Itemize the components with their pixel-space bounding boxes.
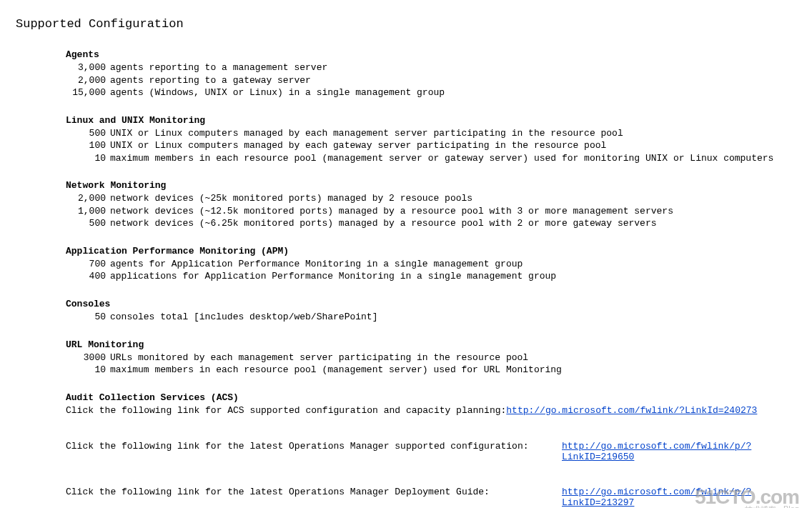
- config-row-count: 100: [66, 139, 106, 152]
- section-heading: Consoles: [66, 299, 796, 309]
- config-row: 700agents for Application Performance Mo…: [66, 258, 796, 271]
- section-heading: URL Monitoring: [66, 339, 796, 350]
- section-heading-acs: Audit Collection Services (ACS): [66, 392, 796, 403]
- config-row-count: 1,000: [66, 205, 106, 218]
- section-heading: Linux and UNIX Monitoring: [66, 115, 796, 126]
- config-row-count: 2,000: [66, 74, 106, 87]
- config-row: 1,000network devices (~12.5k monitored p…: [66, 205, 796, 218]
- config-row-count: 400: [66, 270, 106, 283]
- config-row-desc: UNIX or Linux computers managed by each …: [110, 127, 796, 140]
- acs-link-label: Click the following link for ACS support…: [66, 404, 506, 417]
- config-row-desc: applications for Application Performance…: [110, 270, 796, 283]
- config-row-count: 500: [66, 127, 106, 140]
- config-row: 50consoles total [includes desktop/web/S…: [66, 311, 796, 324]
- config-row-desc: agents for Application Performance Monit…: [110, 258, 796, 271]
- config-row-count: 3,000: [66, 61, 106, 74]
- config-row-desc: agents reporting to a management server: [110, 61, 796, 74]
- config-row: 500network devices (~6.25k monitored por…: [66, 217, 796, 230]
- config-row-count: 700: [66, 258, 106, 271]
- config-row-count: 50: [66, 311, 106, 324]
- config-row-desc: agents (Windows, UNIX or Linux) in a sin…: [110, 86, 796, 99]
- config-row-count: 10: [66, 364, 106, 377]
- config-row-desc: maximum members in each resource pool (m…: [110, 364, 796, 377]
- config-row: 3,000agents reporting to a management se…: [66, 61, 796, 74]
- config-row: 15,000agents (Windows, UNIX or Linux) in…: [66, 86, 796, 99]
- page-title: Supported Configuration: [16, 17, 796, 31]
- link-config[interactable]: http://go.microsoft.com/fwlink/p/?LinkID…: [562, 441, 796, 462]
- config-row: 400applications for Application Performa…: [66, 270, 796, 283]
- config-row-desc: network devices (~6.25k monitored ports)…: [110, 217, 796, 230]
- section-heading: Agents: [66, 49, 796, 60]
- config-row-count: 500: [66, 217, 106, 230]
- config-row-desc: UNIX or Linux computers managed by each …: [110, 139, 796, 152]
- config-row-desc: network devices (~25k monitored ports) m…: [110, 192, 796, 205]
- config-row-desc: network devices (~12.5k monitored ports)…: [110, 205, 796, 218]
- config-row: 100UNIX or Linux computers managed by ea…: [66, 139, 796, 152]
- config-row-count: 15,000: [66, 86, 106, 99]
- config-row: 10maximum members in each resource pool …: [66, 152, 796, 165]
- link-label-config: Click the following link for the latest …: [66, 441, 562, 462]
- config-row-desc: maximum members in each resource pool (m…: [110, 152, 796, 165]
- config-row: 10maximum members in each resource pool …: [66, 364, 796, 377]
- config-row-count: 3000: [66, 352, 106, 364]
- section-heading: Network Monitoring: [66, 180, 796, 191]
- link-label-deploy: Click the following link for the latest …: [66, 487, 562, 508]
- config-row-desc: URLs monitored by each management server…: [110, 352, 796, 364]
- acs-link[interactable]: http://go.microsoft.com/fwlink/?LinkId=2…: [506, 404, 757, 417]
- config-row: 2,000network devices (~25k monitored por…: [66, 192, 796, 205]
- section-heading: Application Performance Monitoring (APM): [66, 246, 796, 257]
- config-row: 2,000agents reporting to a gateway serve…: [66, 74, 796, 87]
- config-row-desc: agents reporting to a gateway server: [110, 74, 796, 87]
- config-row: 500UNIX or Linux computers managed by ea…: [66, 127, 796, 140]
- config-row: 3000URLs monitored by each management se…: [66, 352, 796, 364]
- config-row-count: 10: [66, 152, 106, 165]
- link-deploy[interactable]: http://go.microsoft.com/fwlink/p/?LinkID…: [562, 487, 796, 508]
- config-row-desc: consoles total [includes desktop/web/Sha…: [110, 311, 796, 324]
- config-row-count: 2,000: [66, 192, 106, 205]
